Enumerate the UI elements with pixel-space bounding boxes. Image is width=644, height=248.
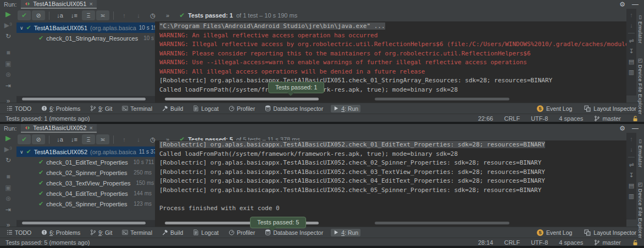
toolwindow-button-profiler[interactable]: Profiler: [226, 105, 257, 112]
minimize-icon[interactable]: —: [632, 125, 639, 132]
print-icon[interactable]: ▤: [629, 183, 634, 189]
sort-by-duration-icon[interactable]: ↓≡: [68, 134, 81, 144]
device-file-explorer-tab[interactable]: ◰ Device File Explorer: [637, 58, 643, 115]
show-passed-icon[interactable]: ✔: [18, 10, 31, 20]
test-tree-row[interactable]: ∨ ✔ check_04_EditText_Properties 144 ms: [16, 188, 155, 199]
emulator-tab[interactable]: ▯ Emulator: [637, 138, 643, 167]
encoding[interactable]: UTF-8: [531, 239, 548, 246]
rerun-failed-tests-icon[interactable]: ▶⁹: [4, 146, 12, 153]
event-log-button[interactable]: 5 Event Log: [537, 105, 572, 112]
test-tree-row[interactable]: ∨ ✔ check_05_Spinner_Properties 123 ms: [16, 199, 155, 209]
scroll-to-end-icon[interactable]: ↧: [629, 48, 634, 54]
toolwindow-button-problems[interactable]: 6: Problems: [39, 105, 82, 112]
toolwindow-button-todo[interactable]: TODO: [4, 105, 34, 112]
more-icon[interactable]: »: [7, 98, 10, 104]
test-tree-row[interactable]: ∨ ✔ check_01_StringArray_Resources 10 s …: [16, 33, 155, 43]
screenshot-icon[interactable]: ▣: [5, 60, 11, 67]
rerun-failed-tests-icon[interactable]: ▶⁹: [4, 22, 12, 29]
test-tree-row[interactable]: ∨ ✔ check_01_EditText_Properties 10 s 71…: [16, 157, 155, 167]
collapse-all-icon[interactable]: ≍: [96, 134, 109, 144]
caret-position[interactable]: 28:14: [478, 239, 493, 246]
git-branch-widget[interactable]: master: [594, 115, 621, 122]
indent-setting[interactable]: 4 spaces: [559, 115, 583, 122]
git-branch-widget[interactable]: master: [594, 239, 621, 246]
sort-alphabetically-icon[interactable]: ↓a: [53, 10, 66, 20]
console-output[interactable]: [Robolectric] org.aplas.basicappx.TestA1…: [155, 140, 626, 220]
next-failed-icon[interactable]: ↓: [132, 10, 145, 20]
screenshot-icon[interactable]: ▣: [5, 184, 11, 191]
tree-scrollbar[interactable]: [22, 98, 146, 100]
sort-alphabetically-icon[interactable]: ↓a: [53, 134, 66, 144]
test-tree-row[interactable]: ∨ ✔ TestA1BasicUIX052 (org.aplas.basica …: [16, 146, 155, 157]
console-output[interactable]: "C:\Program Files\Android\Android Studio…: [155, 21, 626, 96]
down-stack-trace-icon[interactable]: ↓: [630, 22, 633, 29]
show-ignored-icon[interactable]: ⊘: [32, 134, 45, 144]
chevron-down-icon[interactable]: ∨: [20, 25, 24, 31]
lock-icon[interactable]: [632, 115, 639, 122]
lock-icon[interactable]: [632, 239, 639, 246]
show-ignored-icon[interactable]: ⊘: [32, 10, 45, 20]
line-endings[interactable]: CRLF: [504, 115, 520, 122]
test-tree-row[interactable]: ∨ ✔ TestA1BasicUIX051 (org.aplas.basica …: [16, 22, 155, 33]
expand-all-icon[interactable]: Ξ: [82, 10, 95, 20]
close-icon[interactable]: ×: [89, 1, 92, 7]
encoding[interactable]: UTF-8: [531, 115, 548, 122]
console-scrollbar-2[interactable]: [375, 222, 509, 224]
test-history-icon[interactable]: ◷: [146, 10, 159, 20]
test-tree-row[interactable]: ∨ ✔ check_03_TextView_Properties 150 ms: [16, 178, 155, 188]
toolwindow-button-problems[interactable]: 6: Problems: [39, 229, 82, 236]
toolwindow-button-run[interactable]: 4: Run: [331, 105, 360, 112]
line-endings[interactable]: CRLF: [504, 239, 520, 246]
expand-all-icon[interactable]: Ξ: [82, 134, 95, 144]
more-icon[interactable]: »: [7, 222, 10, 228]
toolwindow-button-terminal[interactable]: Terminal: [120, 105, 154, 112]
gear-icon[interactable]: ⚙: [619, 1, 625, 8]
print-icon[interactable]: ▤: [629, 59, 634, 65]
previous-failed-icon[interactable]: ↑: [118, 134, 131, 144]
layout-inspector-button[interactable]: Layout Inspector: [584, 105, 636, 112]
collapse-all-icon[interactable]: ≍: [96, 10, 109, 20]
clear-all-icon[interactable]: ▥: [629, 69, 634, 75]
toolwindow-button-logcat[interactable]: Logcat: [191, 229, 221, 236]
run-tab[interactable]: TestA1BasicUIX051 ×: [21, 0, 97, 9]
show-passed-icon[interactable]: ✔: [18, 134, 31, 144]
toolwindow-button-profiler[interactable]: Profiler: [226, 229, 257, 236]
sort-by-duration-icon[interactable]: ↓≡: [68, 10, 81, 20]
close-tool-window-icon[interactable]: ⇥: [5, 82, 11, 89]
toolwindow-button-build[interactable]: Build: [160, 105, 185, 112]
toolwindow-button-git[interactable]: 9: Git: [88, 229, 114, 236]
device-file-explorer-tab[interactable]: ◰ Device File Explorer: [637, 182, 643, 239]
rerun-icon[interactable]: ▶: [5, 11, 11, 18]
toolwindow-button-terminal[interactable]: Terminal: [120, 229, 154, 236]
emulator-tab[interactable]: ▯ Emulator: [637, 14, 643, 43]
previous-failed-icon[interactable]: ↑: [118, 10, 131, 20]
soft-wrap-icon[interactable]: ⇌: [629, 162, 634, 168]
toolwindow-button-git[interactable]: 9: Git: [88, 105, 114, 112]
console-scrollbar-2[interactable]: [375, 98, 509, 100]
run-tab[interactable]: TestA1BasicUIX052 ×: [21, 124, 97, 133]
minimize-icon[interactable]: —: [632, 1, 639, 8]
soft-wrap-icon[interactable]: ⇌: [629, 38, 634, 44]
up-stack-trace-icon[interactable]: ↑: [630, 136, 633, 142]
toolwindow-button-todo[interactable]: TODO: [4, 229, 34, 236]
gear-icon[interactable]: ⚙: [619, 125, 625, 132]
indent-setting[interactable]: 4 spaces: [559, 239, 583, 246]
close-icon[interactable]: ×: [89, 125, 92, 131]
scroll-to-end-icon[interactable]: ↧: [629, 172, 634, 178]
chevron-down-icon[interactable]: ∨: [20, 149, 24, 155]
more-icon[interactable]: »: [166, 12, 169, 19]
console-scrollbar[interactable]: [165, 98, 319, 100]
layout-inspector-button[interactable]: Layout Inspector: [584, 229, 636, 236]
next-failed-icon[interactable]: ↓: [132, 134, 145, 144]
toggle-auto-test-icon[interactable]: ↻: [5, 33, 11, 40]
stop-icon[interactable]: ■: [6, 49, 10, 56]
down-stack-trace-icon[interactable]: ↓: [630, 146, 633, 153]
tree-scrollbar[interactable]: [22, 222, 146, 224]
dump-threads-icon[interactable]: ⊛: [5, 71, 11, 78]
toolwindow-button-build[interactable]: Build: [160, 229, 185, 236]
test-tree-row[interactable]: ∨ ✔ check_02_Spinner_Properties 250 ms: [16, 167, 155, 178]
toggle-auto-test-icon[interactable]: ↻: [5, 157, 11, 164]
up-stack-trace-icon[interactable]: ↑: [630, 12, 633, 18]
rerun-icon[interactable]: ▶: [5, 135, 11, 142]
event-log-button[interactable]: 5 Event Log: [537, 229, 572, 236]
